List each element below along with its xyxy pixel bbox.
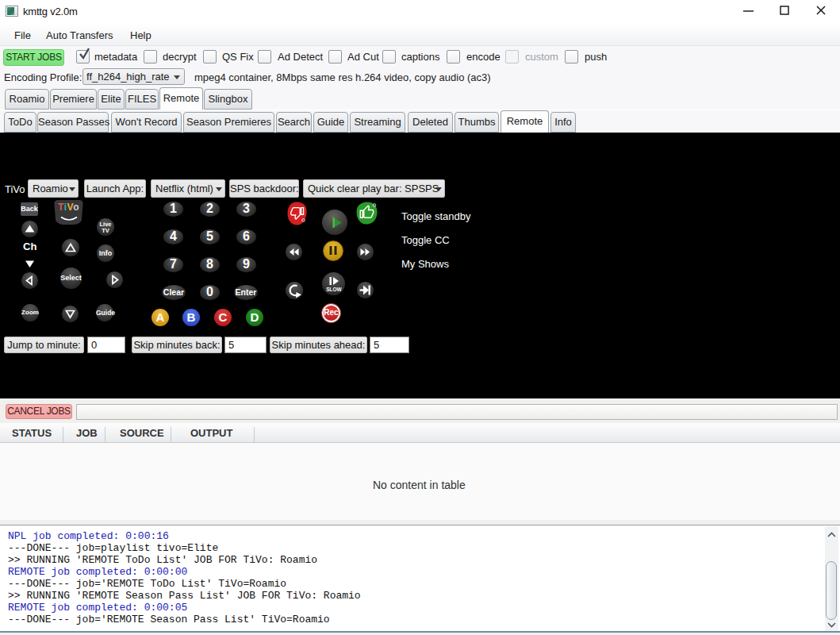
svg-text:SLOW: SLOW bbox=[326, 287, 342, 292]
